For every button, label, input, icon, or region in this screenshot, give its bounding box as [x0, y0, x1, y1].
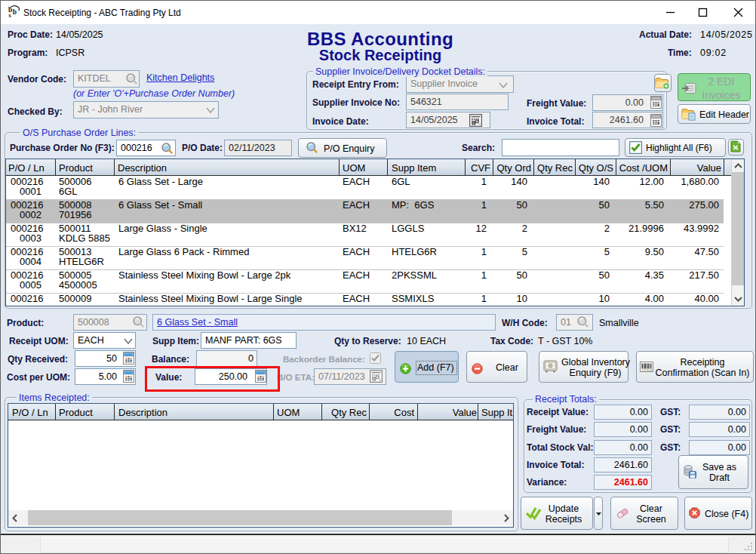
- svg-text:s: s: [9, 12, 11, 18]
- svg-text:1 2 3 4 5: 1 2 3 4 5: [642, 369, 652, 372]
- svg-text:b: b: [13, 8, 17, 16]
